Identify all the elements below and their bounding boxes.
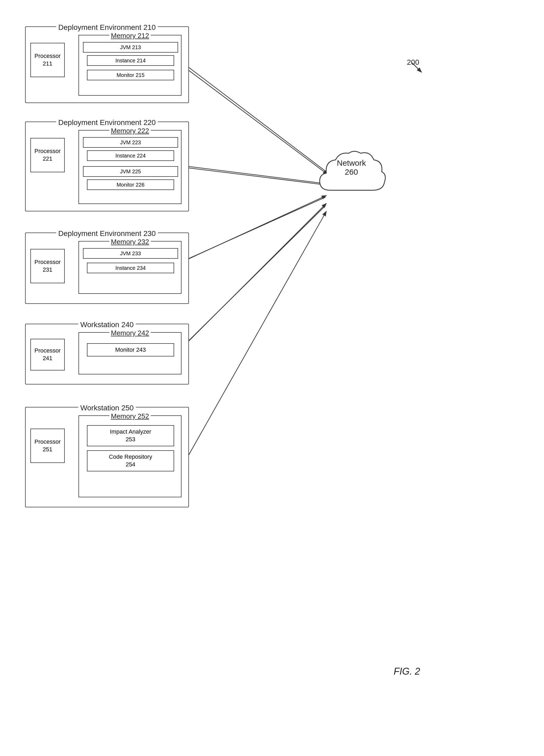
jvm-213: JVM 213 bbox=[83, 42, 178, 53]
svg-line-13 bbox=[177, 196, 326, 264]
memory-232: Memory 232 JVM 233 Instance 234 bbox=[78, 241, 182, 294]
network-label: Network 260 bbox=[337, 159, 366, 177]
instance-214: Instance 214 bbox=[87, 55, 174, 66]
ref-arrow bbox=[404, 60, 425, 76]
monitor-226: Monitor 226 bbox=[87, 179, 174, 190]
jvm-233: JVM 233 bbox=[83, 248, 178, 259]
processor-231: Processor231 bbox=[30, 249, 65, 283]
svg-line-14 bbox=[178, 197, 326, 263]
svg-line-9 bbox=[177, 62, 328, 174]
instance-234: Instance 234 bbox=[87, 263, 174, 273]
svg-line-11 bbox=[177, 166, 326, 185]
memory-252-title: Memory 252 bbox=[109, 412, 151, 420]
ws-250: Workstation 250 Processor251 Memory 252 … bbox=[25, 407, 189, 507]
memory-232-title: Memory 232 bbox=[109, 238, 151, 246]
svg-line-15 bbox=[177, 203, 326, 353]
fig-2-label: FIG. 2 bbox=[394, 666, 420, 677]
memory-252: Memory 252 Impact Analyzer253 Code Repos… bbox=[78, 415, 182, 497]
memory-212: Memory 212 JVM 213 Instance 214 Monitor … bbox=[78, 35, 182, 96]
processor-211: Processor211 bbox=[30, 43, 65, 77]
processor-251: Processor251 bbox=[30, 429, 65, 463]
svg-line-10 bbox=[178, 59, 326, 172]
processor-221: Processor221 bbox=[30, 138, 65, 172]
env-210: Deployment Environment 210 Processor211 … bbox=[25, 26, 189, 103]
svg-line-16 bbox=[178, 206, 326, 351]
code-repository-254: Code Repository254 bbox=[87, 450, 174, 471]
env-210-title: Deployment Environment 210 bbox=[56, 23, 158, 32]
instance-224: Instance 224 bbox=[87, 150, 174, 161]
ws-240-title: Workstation 240 bbox=[78, 321, 136, 329]
memory-222: Memory 222 JVM 223 Instance 224 JVM 225 … bbox=[78, 130, 182, 204]
memory-222-title: Memory 222 bbox=[109, 127, 151, 135]
jvm-223: JVM 223 bbox=[83, 137, 178, 148]
monitor-215: Monitor 215 bbox=[87, 70, 174, 80]
svg-line-17 bbox=[177, 211, 326, 476]
monitor-243: Monitor 243 bbox=[87, 343, 174, 356]
processor-241: Processor241 bbox=[30, 339, 65, 370]
env-230: Deployment Environment 230 Processor231 … bbox=[25, 233, 189, 304]
env-220: Deployment Environment 220 Processor221 … bbox=[25, 122, 189, 211]
svg-line-12 bbox=[178, 165, 326, 184]
memory-242-title: Memory 242 bbox=[109, 329, 151, 337]
impact-analyzer-253: Impact Analyzer253 bbox=[87, 425, 174, 446]
memory-242: Memory 242 Monitor 243 bbox=[78, 332, 182, 374]
jvm-225: JVM 225 bbox=[83, 166, 178, 177]
network-cloud: Network 260 bbox=[309, 140, 394, 209]
memory-212-title: Memory 212 bbox=[109, 32, 151, 40]
svg-line-20 bbox=[412, 63, 421, 72]
ws-240: Workstation 240 Processor241 Memory 242 … bbox=[25, 324, 189, 384]
env-230-title: Deployment Environment 230 bbox=[56, 229, 158, 238]
env-220-title: Deployment Environment 220 bbox=[56, 118, 158, 127]
ws-250-title: Workstation 250 bbox=[78, 404, 136, 412]
diagram-container: Deployment Environment 210 Processor211 … bbox=[11, 11, 534, 745]
